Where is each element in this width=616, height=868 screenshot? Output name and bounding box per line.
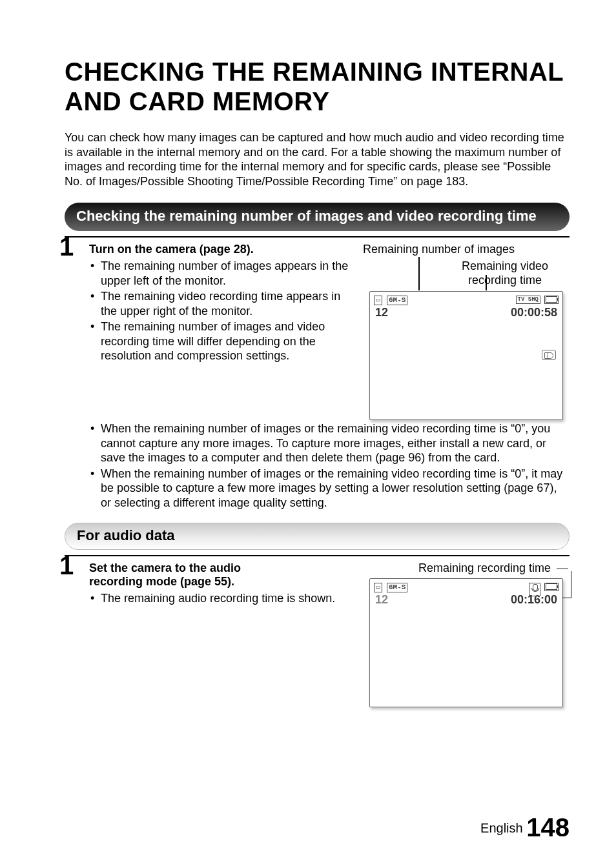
leader-line	[557, 569, 568, 570]
leader-line	[418, 257, 420, 290]
page-title: CHECKING THE REMAINING INTERNAL AND CARD…	[65, 57, 570, 116]
audio-mode-icon	[542, 350, 556, 363]
camera-screen-audio: ▭ 6M-S 12 00:16:00	[369, 578, 563, 707]
step-number: 1	[59, 551, 74, 580]
card-icon: ▭	[374, 296, 382, 305]
step-title: Set the camera to the audio recording mo…	[89, 561, 283, 589]
leader-line	[571, 571, 572, 598]
remaining-images-count: 12	[375, 306, 388, 319]
remaining-video-time: 00:00:58	[511, 306, 557, 319]
section-heading-audio: For audio data	[65, 523, 570, 550]
remaining-audio-time: 00:16:00	[511, 593, 557, 607]
bullet-item: The remaining video recording time appea…	[89, 289, 351, 318]
battery-icon	[544, 296, 559, 304]
divider	[65, 236, 570, 237]
bullet-item: When the remaining number of images or t…	[89, 467, 570, 510]
callout-remaining-images: Remaining number of images	[363, 243, 570, 257]
bullet-item: The remaining audio recording time is sh…	[89, 591, 351, 606]
divider	[65, 555, 570, 556]
page-footer: English 148	[480, 813, 570, 842]
resolution-indicator: 6M-S	[387, 296, 407, 305]
callout-remaining-video-l1: Remaining video	[462, 259, 548, 272]
footer-language: English	[480, 821, 523, 835]
step-1-memory: 1 Turn on the camera (page 28). The rema…	[65, 243, 570, 510]
remaining-images-count: 12	[375, 593, 388, 607]
video-quality-indicator: TV SHQ	[516, 296, 540, 304]
intro-paragraph: You can check how many images can be cap…	[65, 130, 570, 188]
battery-icon	[544, 583, 559, 591]
callout-remaining-video-l2: recording time	[468, 274, 542, 287]
step-number: 1	[59, 232, 74, 261]
step-1-audio: 1 Set the camera to the audio recording …	[65, 561, 570, 707]
resolution-indicator: 6M-S	[387, 583, 407, 592]
bullet-item: The remaining number of images appears i…	[89, 259, 351, 288]
callout-remaining-audio: Remaining recording time	[418, 561, 551, 574]
card-icon: ▭	[374, 583, 382, 592]
camera-screen-memory: ▭ 6M-S 12 TV SHQ 00:00:58	[369, 291, 563, 420]
step-title: Turn on the camera (page 28).	[89, 243, 351, 256]
leader-line	[486, 275, 487, 290]
bullet-item: When the remaining number of images or t…	[89, 421, 570, 465]
bullet-item: The remaining number of images and video…	[89, 319, 351, 363]
page-number: 148	[526, 813, 570, 842]
section-heading-memory: Checking the remaining number of images …	[65, 203, 570, 231]
